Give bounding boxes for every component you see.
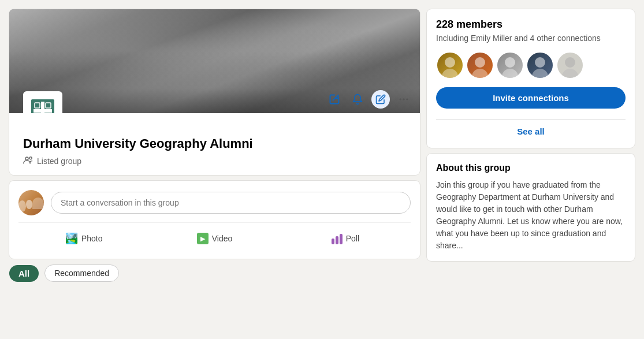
video-icon: ▶	[197, 233, 209, 244]
group-type-label: Listed group	[37, 157, 81, 166]
photo-label: Photo	[81, 234, 103, 243]
page-container: Durham University Geography Alumni Liste…	[9, 9, 635, 330]
members-subtitle: Including Emily Miller and 4 other conne…	[436, 33, 626, 44]
group-actions-bar	[325, 90, 413, 109]
post-input-row	[18, 190, 411, 215]
member-avatar-4	[526, 51, 554, 79]
post-card: 🏞️ Photo ▶ Video Poll	[9, 181, 420, 259]
left-column: Durham University Geography Alumni Liste…	[9, 9, 420, 330]
about-title: About this group	[436, 163, 626, 173]
divider	[436, 119, 626, 120]
member-avatar-2	[466, 51, 494, 79]
member-avatars-row	[436, 51, 626, 79]
share-button[interactable]	[325, 90, 344, 109]
group-type: Listed group	[23, 156, 406, 166]
members-count: 228 members	[436, 18, 626, 31]
poll-button[interactable]: Poll	[280, 228, 411, 249]
right-column: 228 members Including Emily Miller and 4…	[427, 9, 635, 330]
post-text-input[interactable]	[51, 192, 411, 214]
group-card: Durham University Geography Alumni Liste…	[9, 9, 420, 175]
post-media-row: 🏞️ Photo ▶ Video Poll	[18, 222, 411, 249]
photo-icon: 🏞️	[65, 232, 78, 245]
filter-all-button[interactable]: All	[9, 265, 39, 282]
svg-point-9	[403, 99, 405, 100]
group-info: Durham University Geography Alumni Liste…	[9, 113, 420, 175]
about-card: About this group Join this group if you …	[427, 154, 635, 261]
members-card: 228 members Including Emily Miller and 4…	[427, 9, 635, 148]
notifications-button[interactable]	[348, 90, 367, 109]
video-button[interactable]: ▶ Video	[149, 228, 280, 249]
current-user-avatar	[18, 190, 44, 215]
invite-connections-button[interactable]: Invite connections	[436, 87, 626, 109]
group-title: Durham University Geography Alumni	[23, 136, 406, 151]
edit-button[interactable]	[371, 90, 390, 109]
poll-icon	[332, 233, 343, 244]
group-hero-image	[9, 9, 420, 113]
photo-button[interactable]: 🏞️ Photo	[18, 228, 149, 249]
svg-point-8	[400, 99, 401, 100]
filter-row: All Recommended	[9, 265, 420, 282]
poll-label: Poll	[346, 234, 359, 243]
svg-rect-3	[33, 109, 52, 113]
svg-point-11	[25, 157, 28, 160]
more-options-button[interactable]	[394, 90, 413, 109]
svg-point-10	[407, 99, 408, 100]
member-avatar-1	[436, 51, 464, 79]
video-label: Video	[212, 234, 233, 243]
member-avatar-3	[496, 51, 524, 79]
see-all-link[interactable]: See all	[436, 124, 626, 139]
group-logo	[23, 91, 62, 113]
filter-recommended-button[interactable]: Recommended	[44, 265, 119, 282]
member-avatar-5	[556, 51, 584, 79]
about-description: Join this group if you have graduated fr…	[436, 179, 626, 252]
listed-group-icon	[23, 156, 33, 166]
avatar-image	[18, 190, 44, 215]
svg-point-12	[29, 157, 32, 159]
